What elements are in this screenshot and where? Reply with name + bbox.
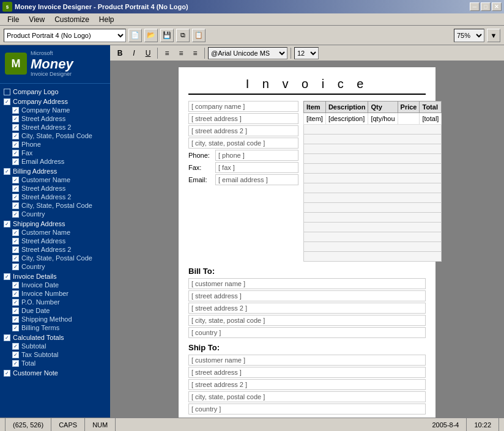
street-address-2-field[interactable]: [ street address 2 ] (188, 125, 298, 136)
checkbox-bill-street-address[interactable] (12, 185, 19, 192)
bill-street-field[interactable]: [ street address ] (188, 290, 426, 301)
close-button[interactable]: ✕ (492, 2, 502, 11)
bill-customer-name-field[interactable]: [ customer name ] (188, 278, 426, 289)
sidebar-item-street-address[interactable]: Street Address (4, 114, 106, 123)
checkbox-bill-street-address-2[interactable] (12, 194, 19, 201)
bold-button[interactable]: B (114, 47, 126, 59)
paste-button[interactable]: 📋 (192, 29, 206, 42)
template-select[interactable]: Product Portrait 4 (No Logo) (4, 29, 126, 42)
checkbox-ship-country[interactable] (12, 263, 19, 270)
ship-street-field[interactable]: [ street address ] (188, 367, 426, 378)
checkbox-billing-address[interactable] (4, 168, 10, 175)
checkbox-shipping-address[interactable] (4, 221, 10, 227)
fax-field[interactable]: [ fax ] (215, 162, 298, 173)
sidebar-item-total[interactable]: Total (4, 359, 106, 367)
sidebar-item-bill-street-address[interactable]: Street Address (4, 184, 106, 193)
sidebar-item-ship-country[interactable]: Country (4, 262, 106, 271)
sidebar-item-subtotal[interactable]: Subtotal (4, 342, 106, 350)
sidebar-item-bill-country[interactable]: Country (4, 210, 106, 218)
save-button[interactable]: 💾 (160, 29, 174, 42)
sidebar-item-bill-city-state[interactable]: City, State, Postal Code (4, 201, 106, 210)
sidebar-item-phone[interactable]: Phone (4, 140, 106, 149)
italic-button[interactable]: I (128, 47, 140, 59)
checkbox-phone[interactable] (12, 141, 19, 148)
checkbox-street-address[interactable] (12, 116, 19, 122)
checkbox-ship-customer-name[interactable] (12, 229, 19, 236)
checkbox-ship-city-state[interactable] (12, 255, 19, 262)
bill-city-field[interactable]: [ city, state, postal code ] (188, 315, 426, 326)
sidebar-item-company-logo[interactable]: Company Logo (4, 87, 106, 96)
checkbox-po-number[interactable] (12, 299, 19, 306)
bill-country-field[interactable]: [ country ] (188, 327, 426, 338)
table-row-1[interactable]: [item] [description] [qty/hou [total] (304, 113, 442, 125)
checkbox-due-date[interactable] (12, 308, 19, 314)
checkbox-invoice-details[interactable] (4, 273, 10, 280)
font-select[interactable]: @Arial Unicode MS (208, 47, 287, 59)
sidebar-item-shipping-address[interactable]: Shipping Address (4, 219, 106, 228)
sidebar-item-billing-terms[interactable]: Billing Terms (4, 323, 106, 332)
city-state-postal-field[interactable]: [ city, state, postal code ] (188, 138, 298, 149)
checkbox-bill-city-state[interactable] (12, 202, 19, 209)
sidebar-item-company-address[interactable]: Company Address (4, 97, 106, 106)
ship-country-field[interactable]: [ country ] (188, 403, 426, 414)
checkbox-tax-subtotal[interactable] (12, 352, 19, 358)
checkbox-street-address-2[interactable] (12, 124, 19, 131)
checkbox-fax[interactable] (12, 150, 19, 157)
minimize-button[interactable]: ─ (470, 2, 480, 11)
menu-customize[interactable]: Customize (50, 14, 94, 25)
zoom-down-button[interactable]: ▼ (487, 29, 500, 42)
sidebar-item-calculated-totals[interactable]: Calculated Totals (4, 333, 106, 342)
align-left-button[interactable]: ≡ (161, 47, 173, 59)
checkbox-billing-terms[interactable] (12, 325, 19, 331)
checkbox-city-state-postal[interactable] (12, 133, 19, 139)
row1-total[interactable]: [total] (420, 113, 442, 125)
checkbox-company-name[interactable] (12, 107, 19, 114)
menu-file[interactable]: File (2, 14, 24, 25)
sidebar-item-po-number[interactable]: P.O. Number (4, 298, 106, 306)
sidebar-item-invoice-number[interactable]: Invoice Number (4, 289, 106, 298)
checkbox-subtotal[interactable] (12, 343, 19, 350)
sidebar-item-ship-customer-name[interactable]: Customer Name (4, 228, 106, 237)
row1-desc[interactable]: [description] (325, 113, 368, 125)
sidebar-item-city-state-postal[interactable]: City, State, Postal Code (4, 131, 106, 140)
checkbox-invoice-date[interactable] (12, 282, 19, 289)
align-right-button[interactable]: ≡ (189, 47, 201, 59)
checkbox-company-address[interactable] (4, 98, 10, 105)
sidebar-item-due-date[interactable]: Due Date (4, 306, 106, 315)
company-name-field[interactable]: [ company name ] (188, 101, 298, 112)
size-select[interactable]: 12 (294, 47, 319, 59)
sidebar-item-ship-street-address-2[interactable]: Street Address 2 (4, 245, 106, 254)
sidebar-item-bill-street-address-2[interactable]: Street Address 2 (4, 193, 106, 201)
sidebar-item-invoice-date[interactable]: Invoice Date (4, 281, 106, 289)
zoom-select[interactable]: 75% (454, 29, 484, 42)
sidebar-item-bill-customer-name[interactable]: Customer Name (4, 175, 106, 184)
bill-street2-field[interactable]: [ street address 2 ] (188, 303, 426, 314)
open-button[interactable]: 📂 (144, 29, 158, 42)
checkbox-total[interactable] (12, 360, 19, 367)
copy-button[interactable]: ⧉ (176, 29, 190, 42)
sidebar-item-customer-note[interactable]: Customer Note (4, 369, 106, 377)
checkbox-bill-customer-name[interactable] (12, 177, 19, 183)
menu-view[interactable]: View (24, 14, 50, 25)
checkbox-email-address[interactable] (12, 158, 19, 165)
ship-city-field[interactable]: [ city, state, postal code ] (188, 391, 426, 402)
sidebar-item-tax-subtotal[interactable]: Tax Subtotal (4, 350, 106, 359)
ship-street2-field[interactable]: [ street address 2 ] (188, 379, 426, 390)
align-center-button[interactable]: ≡ (175, 47, 187, 59)
sidebar-item-shipping-method[interactable]: Shipping Method (4, 315, 106, 323)
maximize-button[interactable]: □ (481, 2, 491, 11)
sidebar-item-email-address[interactable]: Email Address (4, 157, 106, 166)
sidebar-item-street-address-2[interactable]: Street Address 2 (4, 123, 106, 131)
sidebar-item-fax[interactable]: Fax (4, 149, 106, 157)
checkbox-customer-note[interactable] (4, 370, 10, 377)
row1-item[interactable]: [item] (304, 113, 326, 125)
street-address-field[interactable]: [ street address ] (188, 113, 298, 124)
checkbox-calculated-totals[interactable] (4, 334, 10, 341)
checkbox-bill-country[interactable] (12, 211, 19, 218)
checkbox-ship-street-address-2[interactable] (12, 246, 19, 253)
ship-customer-name-field[interactable]: [ customer name ] (188, 355, 426, 366)
sidebar-item-ship-city-state[interactable]: City, State, Postal Code (4, 254, 106, 262)
sidebar-item-invoice-details[interactable]: Invoice Details (4, 272, 106, 281)
row1-qty[interactable]: [qty/hou (368, 113, 398, 125)
row1-price[interactable] (398, 113, 420, 125)
